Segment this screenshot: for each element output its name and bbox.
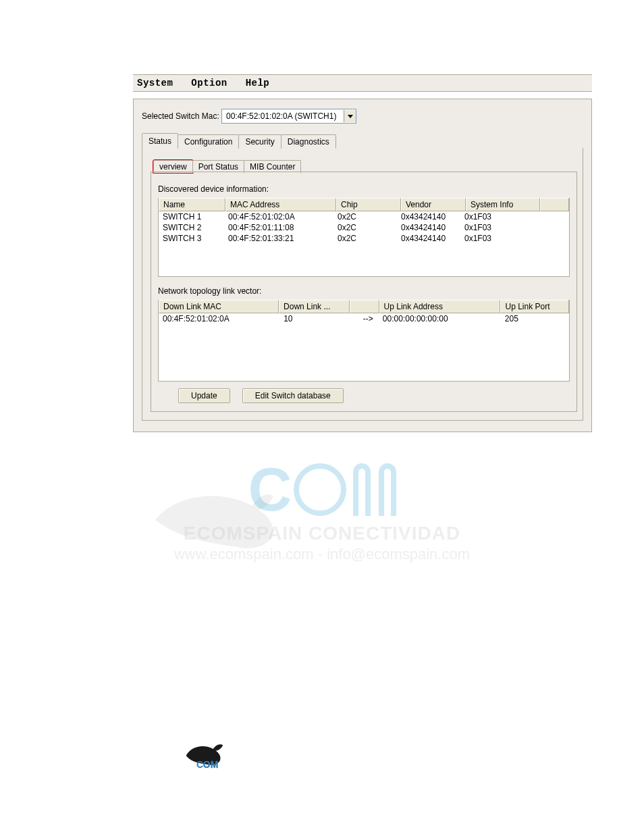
cell-vendor: 0x43424140 <box>397 211 460 222</box>
main-tabs: Status Configuration Security Diagnostic… <box>142 133 583 148</box>
col-arrow <box>350 300 379 313</box>
overview-body: Discovered device information: Name MAC … <box>151 172 577 412</box>
update-button[interactable]: Update <box>178 388 230 403</box>
col-vendor[interactable]: Vendor <box>401 198 466 211</box>
col-uplink-addr[interactable]: Up Link Address <box>379 300 501 313</box>
cell-vendor: 0x43424140 <box>397 233 460 244</box>
switch-selector-row: Selected Switch Mac: 00:4F:52:01:02:0A (… <box>142 109 583 124</box>
tab-configuration[interactable]: Configuration <box>178 134 239 149</box>
application-window: System Option Help Selected Switch Mac: … <box>133 74 592 432</box>
status-tab-body: verview Port Status MIB Counter Discover… <box>142 148 583 421</box>
switch-selector-value: 00:4F:52:01:02:0A (SWITCH1) <box>222 111 344 121</box>
tab-status[interactable]: Status <box>142 133 178 149</box>
cell-mac: 00:4F:52:01:33:21 <box>224 233 333 244</box>
col-chip[interactable]: Chip <box>336 198 401 211</box>
topology-section-label: Network topology link vector: <box>158 286 570 296</box>
cell-mac: 00:4F:52:01:11:08 <box>224 222 333 233</box>
menu-bar: System Option Help <box>133 74 592 92</box>
svg-text:OM: OM <box>203 759 219 770</box>
col-mac[interactable]: MAC Address <box>225 198 336 211</box>
edit-switch-db-button[interactable]: Edit Switch database <box>242 388 344 403</box>
topology-table-header: Down Link MAC Down Link ... Up Link Addr… <box>159 300 569 313</box>
watermark-brand: ECOMSPAIN CONECTIVIDAD <box>0 523 644 544</box>
cell-sysinfo: 0x1F03 <box>460 222 533 233</box>
cell-name: SWITCH 2 <box>159 222 224 233</box>
col-uplink-port[interactable]: Up Link Port <box>500 300 569 313</box>
cell-uladdr: 00:00:00:00:00:00 <box>379 313 501 324</box>
footer-logo-icon: C OM <box>182 739 644 775</box>
cell-vendor: 0x43424140 <box>397 222 460 233</box>
col-sysinfo[interactable]: System Info <box>466 198 540 211</box>
device-section-label: Discovered device information: <box>158 184 570 194</box>
cell-sysinfo: 0x1F03 <box>460 233 533 244</box>
cell-arrow: --> <box>350 313 379 324</box>
cell-chip: 0x2C <box>333 222 397 233</box>
col-downlink[interactable]: Down Link ... <box>279 300 350 313</box>
watermark-url: www.ecomspain.com - info@ecomspain.com <box>0 546 644 563</box>
tab-diagnostics[interactable]: Diagnostics <box>281 134 336 149</box>
table-row[interactable]: SWITCH 2 00:4F:52:01:11:08 0x2C 0x434241… <box>159 222 569 233</box>
cell-dl: 10 <box>279 313 350 324</box>
table-row[interactable]: 00:4F:52:01:02:0A 10 --> 00:00:00:00:00:… <box>159 313 569 324</box>
device-table: Name MAC Address Chip Vendor System Info… <box>158 198 570 277</box>
chevron-down-icon <box>348 115 353 118</box>
switch-selector-label: Selected Switch Mac: <box>142 111 221 121</box>
topology-table-body: 00:4F:52:01:02:0A 10 --> 00:00:00:00:00:… <box>159 313 569 381</box>
cell-ulport: 205 <box>501 313 569 324</box>
menu-option[interactable]: Option <box>191 78 227 88</box>
cell-sysinfo: 0x1F03 <box>460 211 533 222</box>
status-subtabs: verview Port Status MIB Counter <box>153 157 577 172</box>
device-table-header: Name MAC Address Chip Vendor System Info <box>159 198 569 211</box>
svg-text:C: C <box>196 759 203 770</box>
watermark-logo-icon: C <box>0 459 644 520</box>
cell-dlmac: 00:4F:52:01:02:0A <box>159 313 279 324</box>
table-row[interactable]: SWITCH 3 00:4F:52:01:33:21 0x2C 0x434241… <box>159 233 569 244</box>
col-downlink-mac[interactable]: Down Link MAC <box>159 300 279 313</box>
menu-system[interactable]: System <box>137 78 173 88</box>
menu-help[interactable]: Help <box>246 78 270 88</box>
button-row: Update Edit Switch database <box>158 388 570 403</box>
topology-table: Down Link MAC Down Link ... Up Link Addr… <box>158 300 570 382</box>
cell-chip: 0x2C <box>333 233 397 244</box>
col-spacer <box>540 198 569 211</box>
cell-chip: 0x2C <box>333 211 397 222</box>
switch-selector-button[interactable] <box>344 110 356 122</box>
main-panel: Selected Switch Mac: 00:4F:52:01:02:0A (… <box>133 99 592 432</box>
device-table-body: SWITCH 1 00:4F:52:01:02:0A 0x2C 0x434241… <box>159 211 569 276</box>
cell-name: SWITCH 1 <box>159 211 224 222</box>
switch-selector[interactable]: 00:4F:52:01:02:0A (SWITCH1) <box>221 109 356 124</box>
table-row[interactable]: SWITCH 1 00:4F:52:01:02:0A 0x2C 0x434241… <box>159 211 569 222</box>
cell-mac: 00:4F:52:01:02:0A <box>224 211 333 222</box>
cell-name: SWITCH 3 <box>159 233 224 244</box>
col-name[interactable]: Name <box>159 198 225 211</box>
tab-security[interactable]: Security <box>238 134 281 149</box>
watermark: C ECOMSPAIN CONECTIVIDAD www.ecomspain.c… <box>0 459 644 563</box>
